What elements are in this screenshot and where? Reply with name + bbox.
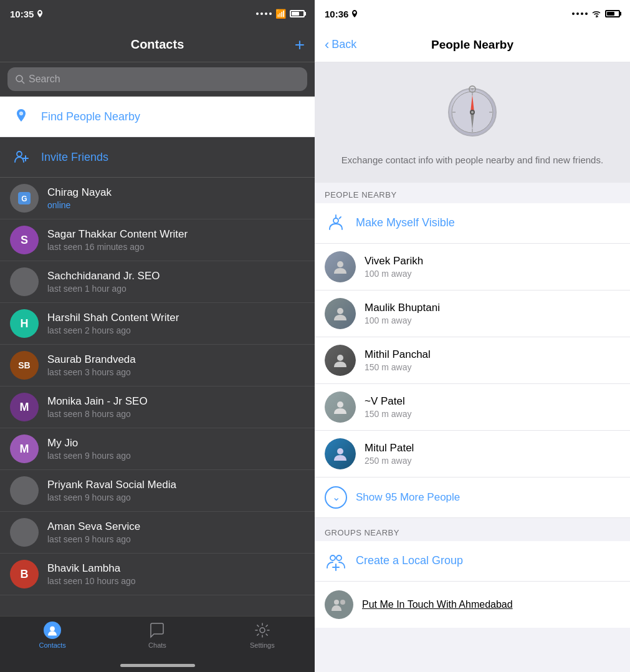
tab-chats-label: Chats [148, 641, 166, 649]
header-left: Contacts + [0, 27, 315, 62]
create-group-icon [325, 550, 347, 572]
create-group-label: Create a Local Group [356, 554, 463, 567]
back-chevron-icon: ‹ [325, 37, 329, 53]
add-contact-button[interactable]: + [295, 35, 305, 55]
back-button[interactable]: ‹ Back [325, 37, 375, 53]
contact-status: last seen 2 hours ago [47, 325, 305, 335]
person-distance: 150 m away [365, 362, 620, 372]
people-list: Make Myself Visible Vivek Parikh 100 m a… [315, 203, 630, 518]
contact-name: Chirag Nayak [47, 186, 305, 199]
person-name: Vivek Parikh [365, 255, 620, 267]
tab-settings-label: Settings [250, 641, 275, 649]
person-silhouette [331, 304, 350, 323]
contact-item[interactable]: G Chirag Nayak online [0, 178, 315, 219]
person-info: Maulik Bhuptani 100 m away [365, 302, 620, 325]
show-more-item[interactable]: ⌄ Show 95 More People [315, 478, 630, 518]
contact-item[interactable]: SB Saurab Brandveda last seen 3 hours ag… [0, 345, 315, 386]
person-item[interactable]: Mitul Patel 250 m away [315, 431, 630, 478]
contact-item[interactable]: B Bhavik Lambha last seen 10 hours ago [0, 554, 315, 595]
person-item[interactable]: ~V Patel 150 m away [315, 384, 630, 431]
find-people-nearby-item[interactable]: Find People Nearby [0, 97, 315, 137]
group-icon [330, 596, 348, 613]
avatar [10, 267, 39, 296]
person-silhouette [331, 351, 350, 370]
put-touch-info: Put Me In Touch With Ahmedabad [362, 599, 620, 610]
location-icon-left [36, 10, 44, 17]
tab-settings[interactable]: Settings [210, 622, 315, 649]
contact-status: last seen 8 hours ago [47, 409, 305, 419]
contact-item[interactable]: Priyank Raval Social Media last seen 9 h… [0, 470, 315, 512]
contact-item[interactable]: Aman Seva Service last seen 9 hours ago [0, 512, 315, 554]
person-item[interactable]: Vivek Parikh 100 m away [315, 244, 630, 290]
person-distance: 150 m away [365, 409, 620, 419]
avatar [10, 518, 39, 547]
svg-point-8 [50, 626, 55, 631]
compass-svg [444, 81, 500, 143]
contact-info: Monika Jain - Jr SEO last seen 8 hours a… [47, 395, 305, 419]
contact-item[interactable]: Sachchidanand Jr. SEO last seen 1 hour a… [0, 261, 315, 303]
contact-item[interactable]: S Sagar Thakkar Content Writer last seen… [0, 219, 315, 261]
person-item[interactable]: Maulik Bhuptani 100 m away [315, 290, 630, 337]
put-touch-name: Put Me In Touch With Ahmedabad [362, 599, 620, 610]
person-item[interactable]: Mithil Panchal 150 m away [315, 337, 630, 384]
contact-name: Harshil Shah Content Writer [47, 312, 305, 324]
time-left: 10:35 [10, 9, 34, 19]
avatar: B [10, 560, 39, 588]
avatar: H [10, 309, 39, 338]
contact-item[interactable]: H Harshil Shah Content Writer last seen … [0, 303, 315, 345]
avatar: SB [10, 351, 39, 380]
tab-contacts-label: Contacts [39, 641, 65, 649]
person-distance: 100 m away [365, 315, 620, 325]
header-right: ‹ Back People Nearby [315, 27, 630, 62]
svg-point-2 [20, 112, 23, 115]
invite-friends-icon [10, 146, 32, 168]
tab-contacts[interactable]: Contacts [0, 622, 105, 649]
contacts-title: Contacts [131, 37, 184, 52]
person-avatar [325, 438, 356, 469]
person-distance: 250 m away [365, 456, 620, 466]
search-input-wrap[interactable]: Search [7, 67, 307, 91]
compass-image [444, 81, 500, 143]
hero-description: Exchange contact info with people nearby… [341, 153, 603, 168]
contact-item[interactable]: M Monika Jain - Jr SEO last seen 8 hours… [0, 386, 315, 428]
contact-item[interactable]: M My Jio last seen 9 hours ago [0, 428, 315, 470]
contact-info: Harshil Shah Content Writer last seen 2 … [47, 312, 305, 335]
contact-name: Aman Seva Service [47, 521, 305, 533]
person-icon [46, 622, 59, 638]
avatar: S [10, 226, 39, 254]
groups-nearby-section: GROUPS NEARBY Create a Local Group [315, 518, 630, 628]
back-label: Back [332, 38, 356, 51]
contact-info: My Jio last seen 9 hours ago [47, 437, 305, 461]
status-bar-left: 10:35 📶 [0, 0, 315, 27]
contact-status: last seen 1 hour ago [47, 284, 305, 294]
search-placeholder: Search [29, 74, 60, 85]
wifi-icon-right [591, 10, 601, 17]
tab-bar: Contacts Chats Settings [0, 616, 315, 672]
put-in-touch-item[interactable]: Put Me In Touch With Ahmedabad [315, 582, 630, 628]
invite-friends-item[interactable]: Invite Friends [0, 137, 315, 178]
avatar: M [10, 434, 39, 463]
find-people-label: Find People Nearby [41, 110, 140, 123]
person-info: Vivek Parikh 100 m away [365, 255, 620, 279]
signal-dots-left [256, 12, 272, 15]
person-avatar [325, 251, 356, 282]
settings-tab-icon [254, 622, 271, 639]
show-more-chevron-icon: ⌄ [325, 486, 347, 509]
visibility-icon [326, 213, 346, 233]
create-local-group-item[interactable]: Create a Local Group [315, 541, 630, 582]
svg-point-26 [337, 261, 343, 267]
put-touch-avatar [325, 590, 353, 619]
person-silhouette [331, 398, 350, 416]
right-content: Exchange contact info with people nearby… [315, 62, 630, 672]
avatar [10, 476, 39, 505]
wifi-left: 📶 [275, 9, 286, 19]
contact-status: online [47, 200, 305, 210]
svg-point-10 [596, 16, 597, 17]
person-name: Mithil Panchal [365, 348, 620, 361]
tab-chats[interactable]: Chats [105, 622, 209, 649]
person-add-icon [12, 148, 30, 166]
avatar: M [10, 393, 39, 421]
contact-name: Priyank Raval Social Media [47, 479, 305, 491]
person-info: Mitul Patel 250 m away [365, 442, 620, 466]
make-myself-visible-item[interactable]: Make Myself Visible [315, 203, 630, 244]
